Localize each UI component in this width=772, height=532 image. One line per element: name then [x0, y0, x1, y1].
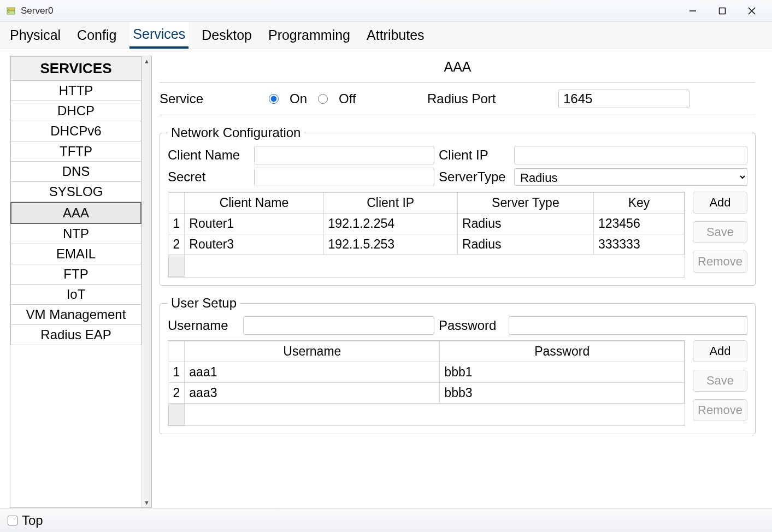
service-on-label: On [290, 91, 307, 107]
user-header-username[interactable]: Username [185, 341, 440, 362]
window-title: Server0 [21, 5, 54, 16]
sidebar-item-tftp[interactable]: TFTP [10, 141, 142, 162]
maximize-button[interactable] [716, 4, 729, 17]
cell-password[interactable]: bbb3 [440, 383, 685, 404]
row-index: 1 [169, 362, 185, 383]
network-header-index [169, 193, 185, 214]
empty-row [169, 404, 685, 425]
cell-server-type[interactable]: Radius [457, 214, 593, 234]
server-type-select[interactable]: Radius [514, 168, 747, 186]
sidebar-item-syslog[interactable]: SYSLOG [10, 182, 142, 202]
user-header-password[interactable]: Password [440, 341, 685, 362]
svg-rect-5 [720, 8, 726, 14]
cell-key[interactable]: 333333 [593, 234, 684, 255]
network-remove-button[interactable]: Remove [693, 251, 747, 273]
radius-port-label: Radius Port [427, 91, 553, 107]
service-off-radio[interactable] [318, 94, 328, 104]
cell-client-name[interactable]: Router3 [185, 234, 323, 255]
sidebar-item-aaa[interactable]: AAA [10, 202, 142, 224]
tab-attributes[interactable]: Attributes [363, 23, 428, 48]
top-label: Top [22, 513, 43, 528]
tab-programming[interactable]: Programming [265, 23, 353, 48]
password-input[interactable] [509, 316, 747, 335]
client-name-label: Client Name [168, 147, 250, 163]
user-save-button[interactable]: Save [693, 370, 747, 392]
tab-bar: Physical Config Services Desktop Program… [0, 22, 772, 49]
empty-row [169, 255, 685, 277]
client-ip-label: Client IP [439, 147, 510, 163]
sidebar-item-dns[interactable]: DNS [10, 162, 142, 182]
user-add-button[interactable]: Add [693, 340, 747, 362]
sidebar-item-http[interactable]: HTTP [10, 81, 142, 101]
password-label: Password [439, 318, 504, 333]
svg-point-2 [8, 9, 9, 10]
scroll-up-icon[interactable]: ▲ [142, 56, 151, 66]
cell-username[interactable]: aaa1 [185, 362, 440, 383]
network-header-key[interactable]: Key [593, 193, 684, 214]
service-on-radio[interactable] [269, 94, 279, 104]
table-row[interactable]: 2 Router3 192.1.5.253 Radius 333333 [169, 234, 685, 255]
secret-label: Secret [168, 169, 250, 185]
client-name-input[interactable] [254, 146, 434, 164]
network-add-button[interactable]: Add [693, 192, 747, 214]
cell-password[interactable]: bbb1 [440, 362, 685, 383]
tab-desktop[interactable]: Desktop [198, 23, 255, 48]
username-label: Username [168, 318, 239, 333]
user-header-index [169, 341, 185, 362]
sidebar-item-iot[interactable]: IoT [10, 285, 142, 305]
minimize-button[interactable] [686, 4, 699, 17]
page-title: AAA [160, 56, 756, 83]
bottom-bar: Top [0, 508, 772, 532]
row-index: 1 [169, 214, 185, 234]
sidebar-item-radius-eap[interactable]: Radius EAP [10, 325, 142, 345]
cell-server-type[interactable]: Radius [457, 234, 593, 255]
user-remove-button[interactable]: Remove [693, 399, 747, 421]
network-header-client-ip[interactable]: Client IP [323, 193, 457, 214]
network-table: Client Name Client IP Server Type Key 1 … [168, 192, 685, 277]
network-header-client-name[interactable]: Client Name [185, 193, 323, 214]
table-row[interactable]: 1 aaa1 bbb1 [169, 362, 685, 383]
sidebar-item-vm-management[interactable]: VM Management [10, 305, 142, 325]
username-input[interactable] [243, 316, 434, 335]
network-config-group: Network Configuration Client Name Client… [160, 125, 756, 286]
service-label: Service [160, 91, 263, 107]
cell-client-ip[interactable]: 192.1.5.253 [323, 234, 457, 255]
radius-port-input[interactable] [558, 90, 690, 108]
tab-config[interactable]: Config [74, 23, 120, 48]
user-setup-legend: User Setup [168, 295, 240, 311]
table-row[interactable]: 2 aaa3 bbb3 [169, 383, 685, 404]
row-index: 2 [169, 234, 185, 255]
tab-physical[interactable]: Physical [7, 23, 64, 48]
sidebar-item-ftp[interactable]: FTP [10, 264, 142, 285]
tab-services[interactable]: Services [129, 22, 188, 49]
server-icon [5, 5, 16, 16]
sidebar: SERVICES HTTP DHCP DHCPv6 TFTP DNS SYSLO… [10, 56, 152, 508]
server-type-label: ServerType [439, 169, 510, 185]
sidebar-scrollbar[interactable]: ▲ ▼ [142, 56, 151, 507]
cell-username[interactable]: aaa3 [185, 383, 440, 404]
titlebar: Server0 [0, 0, 772, 22]
sidebar-item-email[interactable]: EMAIL [10, 244, 142, 264]
network-config-legend: Network Configuration [168, 125, 304, 140]
scroll-down-icon[interactable]: ▼ [142, 498, 151, 507]
svg-point-3 [8, 12, 9, 13]
sidebar-item-dhcpv6[interactable]: DHCPv6 [10, 121, 142, 141]
user-setup-group: User Setup Username Password Username Pa… [160, 295, 756, 434]
secret-input[interactable] [254, 168, 434, 186]
cell-key[interactable]: 123456 [593, 214, 684, 234]
close-button[interactable] [745, 4, 758, 17]
sidebar-item-ntp[interactable]: NTP [10, 224, 142, 244]
row-index: 2 [169, 383, 185, 404]
user-table: Username Password 1 aaa1 bbb1 2 aaa3 bbb… [168, 340, 685, 426]
cell-client-name[interactable]: Router1 [185, 214, 323, 234]
sidebar-header: SERVICES [10, 56, 142, 81]
service-off-label: Off [339, 91, 356, 107]
network-header-server-type[interactable]: Server Type [457, 193, 593, 214]
client-ip-input[interactable] [514, 146, 747, 164]
top-checkbox[interactable] [8, 516, 17, 525]
sidebar-item-dhcp[interactable]: DHCP [10, 101, 142, 121]
service-row: Service On Off Radius Port [160, 83, 756, 115]
cell-client-ip[interactable]: 192.1.2.254 [323, 214, 457, 234]
table-row[interactable]: 1 Router1 192.1.2.254 Radius 123456 [169, 214, 685, 234]
network-save-button[interactable]: Save [693, 221, 747, 243]
